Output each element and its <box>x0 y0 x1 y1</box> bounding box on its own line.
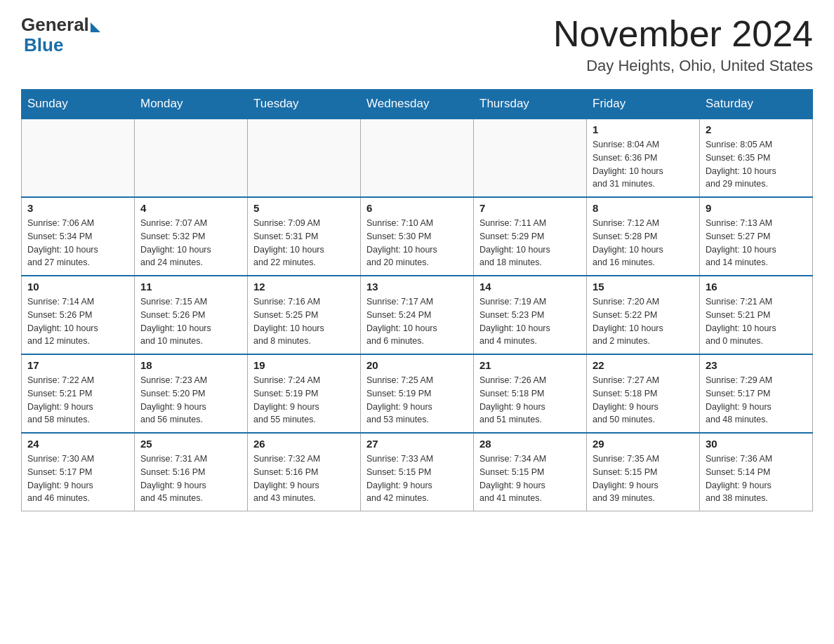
day-number: 27 <box>366 438 468 450</box>
weekday-header-sunday: Sunday <box>22 90 135 119</box>
day-info: Sunrise: 7:09 AM Sunset: 5:31 PM Dayligh… <box>253 217 355 269</box>
weekday-header-friday: Friday <box>587 90 700 119</box>
day-number: 13 <box>366 281 468 293</box>
calendar-cell: 19Sunrise: 7:24 AM Sunset: 5:19 PM Dayli… <box>248 354 361 433</box>
day-number: 7 <box>479 202 581 214</box>
day-number: 26 <box>253 438 355 450</box>
calendar-cell: 27Sunrise: 7:33 AM Sunset: 5:15 PM Dayli… <box>361 433 474 511</box>
calendar-cell: 5Sunrise: 7:09 AM Sunset: 5:31 PM Daylig… <box>248 197 361 276</box>
calendar-cell: 26Sunrise: 7:32 AM Sunset: 5:16 PM Dayli… <box>248 433 361 511</box>
day-info: Sunrise: 7:21 AM Sunset: 5:21 PM Dayligh… <box>706 295 807 348</box>
calendar-cell: 4Sunrise: 7:07 AM Sunset: 5:32 PM Daylig… <box>135 197 248 276</box>
logo-triangle-icon <box>91 22 100 32</box>
day-number: 8 <box>593 202 694 214</box>
calendar-cell: 30Sunrise: 7:36 AM Sunset: 5:14 PM Dayli… <box>700 433 813 511</box>
day-number: 22 <box>593 359 694 371</box>
day-number: 30 <box>706 438 807 450</box>
day-number: 14 <box>479 281 581 293</box>
day-number: 9 <box>706 202 807 214</box>
weekday-header-saturday: Saturday <box>700 90 813 119</box>
day-number: 3 <box>27 202 128 214</box>
day-number: 20 <box>366 359 468 371</box>
calendar-cell: 17Sunrise: 7:22 AM Sunset: 5:21 PM Dayli… <box>22 354 135 433</box>
weekday-header-tuesday: Tuesday <box>248 90 361 119</box>
day-number: 18 <box>140 359 241 371</box>
calendar-cell: 21Sunrise: 7:26 AM Sunset: 5:18 PM Dayli… <box>474 354 587 433</box>
logo: General Blue <box>21 14 102 56</box>
calendar-cell: 6Sunrise: 7:10 AM Sunset: 5:30 PM Daylig… <box>361 197 474 276</box>
calendar-cell: 12Sunrise: 7:16 AM Sunset: 5:25 PM Dayli… <box>248 276 361 354</box>
day-number: 10 <box>27 281 128 293</box>
calendar-cell: 3Sunrise: 7:06 AM Sunset: 5:34 PM Daylig… <box>22 197 135 276</box>
day-info: Sunrise: 7:10 AM Sunset: 5:30 PM Dayligh… <box>366 217 468 269</box>
calendar-cell: 20Sunrise: 7:25 AM Sunset: 5:19 PM Dayli… <box>361 354 474 433</box>
day-info: Sunrise: 7:17 AM Sunset: 5:24 PM Dayligh… <box>366 295 468 348</box>
calendar-cell: 14Sunrise: 7:19 AM Sunset: 5:23 PM Dayli… <box>474 276 587 354</box>
title-area: November 2024 Day Heights, Ohio, United … <box>553 14 813 75</box>
calendar-cell <box>22 119 135 197</box>
calendar-cell: 29Sunrise: 7:35 AM Sunset: 5:15 PM Dayli… <box>587 433 700 511</box>
day-number: 6 <box>366 202 468 214</box>
calendar-cell: 28Sunrise: 7:34 AM Sunset: 5:15 PM Dayli… <box>474 433 587 511</box>
day-number: 28 <box>479 438 581 450</box>
day-number: 21 <box>479 359 581 371</box>
weekday-header-monday: Monday <box>135 90 248 119</box>
day-info: Sunrise: 7:15 AM Sunset: 5:26 PM Dayligh… <box>140 295 241 348</box>
calendar-cell: 8Sunrise: 7:12 AM Sunset: 5:28 PM Daylig… <box>587 197 700 276</box>
day-info: Sunrise: 7:27 AM Sunset: 5:18 PM Dayligh… <box>593 374 694 427</box>
day-info: Sunrise: 7:22 AM Sunset: 5:21 PM Dayligh… <box>27 374 128 427</box>
day-info: Sunrise: 7:26 AM Sunset: 5:18 PM Dayligh… <box>479 374 581 427</box>
day-info: Sunrise: 7:06 AM Sunset: 5:34 PM Dayligh… <box>27 217 128 269</box>
calendar-cell: 9Sunrise: 7:13 AM Sunset: 5:27 PM Daylig… <box>700 197 813 276</box>
day-number: 5 <box>253 202 355 214</box>
calendar-cell: 16Sunrise: 7:21 AM Sunset: 5:21 PM Dayli… <box>700 276 813 354</box>
day-info: Sunrise: 7:25 AM Sunset: 5:19 PM Dayligh… <box>366 374 468 427</box>
calendar-cell: 24Sunrise: 7:30 AM Sunset: 5:17 PM Dayli… <box>22 433 135 511</box>
day-info: Sunrise: 7:29 AM Sunset: 5:17 PM Dayligh… <box>706 374 807 427</box>
calendar-cell: 11Sunrise: 7:15 AM Sunset: 5:26 PM Dayli… <box>135 276 248 354</box>
weekday-header-thursday: Thursday <box>474 90 587 119</box>
calendar-week-row-3: 10Sunrise: 7:14 AM Sunset: 5:26 PM Dayli… <box>22 276 813 354</box>
day-info: Sunrise: 7:34 AM Sunset: 5:15 PM Dayligh… <box>479 452 581 505</box>
calendar-cell: 22Sunrise: 7:27 AM Sunset: 5:18 PM Dayli… <box>587 354 700 433</box>
calendar-cell <box>135 119 248 197</box>
calendar-week-row-1: 1Sunrise: 8:04 AM Sunset: 6:36 PM Daylig… <box>22 119 813 197</box>
calendar-week-row-2: 3Sunrise: 7:06 AM Sunset: 5:34 PM Daylig… <box>22 197 813 276</box>
weekday-header-wednesday: Wednesday <box>361 90 474 119</box>
calendar-cell <box>474 119 587 197</box>
day-info: Sunrise: 7:33 AM Sunset: 5:15 PM Dayligh… <box>366 452 468 505</box>
day-info: Sunrise: 7:30 AM Sunset: 5:17 PM Dayligh… <box>27 452 128 505</box>
page-header: General Blue November 2024 Day Heights, … <box>21 14 813 75</box>
weekday-header-row: SundayMondayTuesdayWednesdayThursdayFrid… <box>22 90 813 119</box>
day-number: 25 <box>140 438 241 450</box>
day-number: 11 <box>140 281 241 293</box>
day-number: 1 <box>593 123 694 135</box>
day-info: Sunrise: 7:07 AM Sunset: 5:32 PM Dayligh… <box>140 217 241 269</box>
calendar-cell: 15Sunrise: 7:20 AM Sunset: 5:22 PM Dayli… <box>587 276 700 354</box>
calendar-cell: 23Sunrise: 7:29 AM Sunset: 5:17 PM Dayli… <box>700 354 813 433</box>
calendar-cell: 25Sunrise: 7:31 AM Sunset: 5:16 PM Dayli… <box>135 433 248 511</box>
day-number: 2 <box>706 123 807 135</box>
day-number: 12 <box>253 281 355 293</box>
day-info: Sunrise: 7:14 AM Sunset: 5:26 PM Dayligh… <box>27 295 128 348</box>
day-number: 15 <box>593 281 694 293</box>
day-number: 4 <box>140 202 241 214</box>
calendar-cell: 7Sunrise: 7:11 AM Sunset: 5:29 PM Daylig… <box>474 197 587 276</box>
day-info: Sunrise: 7:12 AM Sunset: 5:28 PM Dayligh… <box>593 217 694 269</box>
calendar-cell: 2Sunrise: 8:05 AM Sunset: 6:35 PM Daylig… <box>700 119 813 197</box>
calendar-cell: 1Sunrise: 8:04 AM Sunset: 6:36 PM Daylig… <box>587 119 700 197</box>
day-info: Sunrise: 7:24 AM Sunset: 5:19 PM Dayligh… <box>253 374 355 427</box>
calendar-cell <box>361 119 474 197</box>
calendar-cell <box>248 119 361 197</box>
day-info: Sunrise: 7:19 AM Sunset: 5:23 PM Dayligh… <box>479 295 581 348</box>
day-info: Sunrise: 7:23 AM Sunset: 5:20 PM Dayligh… <box>140 374 241 427</box>
day-info: Sunrise: 7:35 AM Sunset: 5:15 PM Dayligh… <box>593 452 694 505</box>
calendar-table: SundayMondayTuesdayWednesdayThursdayFrid… <box>21 89 813 511</box>
location-subtitle: Day Heights, Ohio, United States <box>553 57 813 75</box>
calendar-cell: 18Sunrise: 7:23 AM Sunset: 5:20 PM Dayli… <box>135 354 248 433</box>
day-info: Sunrise: 7:11 AM Sunset: 5:29 PM Dayligh… <box>479 217 581 269</box>
day-number: 17 <box>27 359 128 371</box>
day-number: 16 <box>706 281 807 293</box>
day-number: 24 <box>27 438 128 450</box>
day-info: Sunrise: 7:32 AM Sunset: 5:16 PM Dayligh… <box>253 452 355 505</box>
